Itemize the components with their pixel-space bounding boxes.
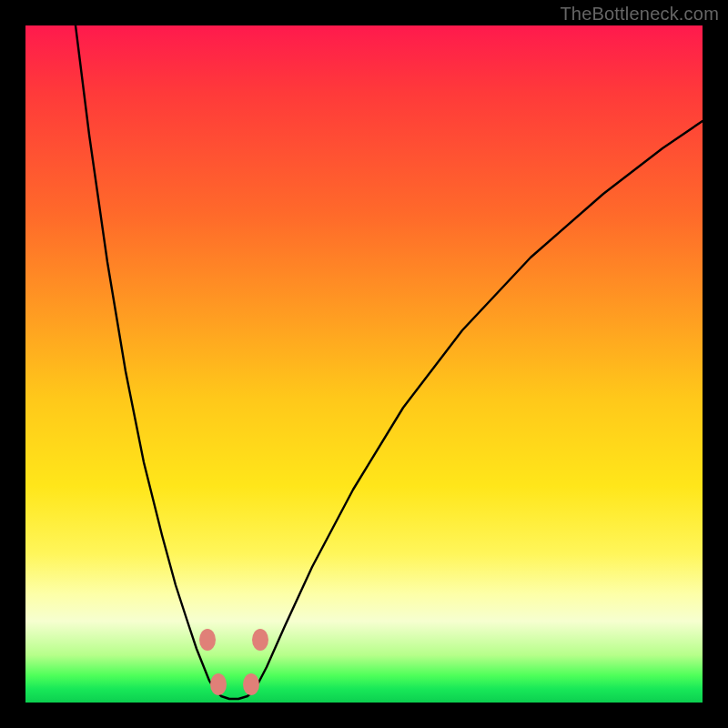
curve-svg (25, 25, 703, 703)
valley-marker (210, 673, 227, 695)
valley-marker (252, 629, 268, 651)
bottleneck-curve (76, 25, 703, 699)
valley-markers (199, 629, 268, 695)
attribution-text: TheBottleneck.com (560, 4, 719, 25)
valley-marker (243, 673, 259, 695)
valley-marker (199, 629, 216, 651)
outer-frame: TheBottleneck.com (0, 0, 728, 728)
plot-area (25, 25, 703, 703)
